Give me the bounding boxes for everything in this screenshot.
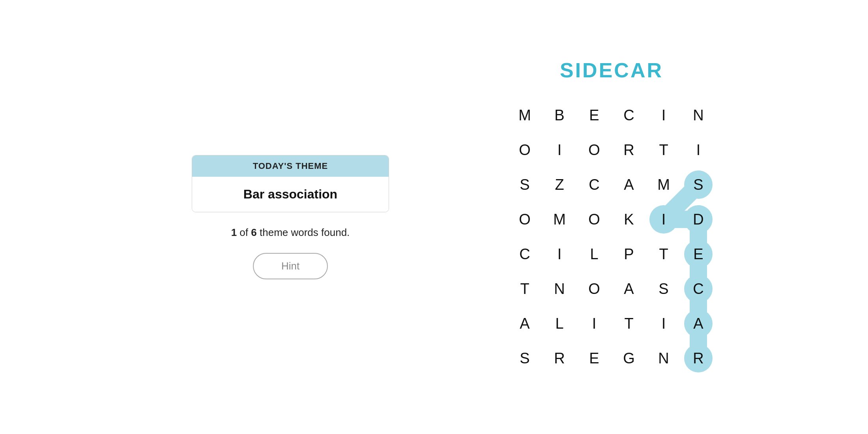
main-container: TODAY'S THEME Bar association 1 of 6 the… <box>0 0 868 434</box>
found-suffix: theme words found. <box>260 226 350 238</box>
grid-cell[interactable]: I <box>646 202 681 237</box>
right-panel: SIDECAR MBECINOIORTISZCAMSOMOKIDCILPTETN… <box>507 58 716 376</box>
grid-cell[interactable]: I <box>646 98 681 133</box>
grid-cell[interactable]: O <box>507 202 542 237</box>
highlighted-cell: S <box>684 170 713 199</box>
letter-grid[interactable]: MBECINOIORTISZCAMSOMOKIDCILPTETNOASCALIT… <box>507 98 716 376</box>
theme-word: Bar association <box>192 177 389 212</box>
grid-cell[interactable]: N <box>646 341 681 376</box>
highlighted-cell: C <box>684 275 713 303</box>
highlighted-cell: I <box>649 205 678 234</box>
found-count: 1 <box>231 226 237 238</box>
grid-cell[interactable]: C <box>681 271 716 306</box>
grid-cell[interactable]: Z <box>542 167 577 202</box>
grid-cell[interactable]: I <box>646 306 681 341</box>
grid-cell[interactable]: O <box>507 133 542 167</box>
grid-cell[interactable]: E <box>681 237 716 271</box>
grid-cell[interactable]: C <box>612 98 646 133</box>
grid-cell[interactable]: O <box>577 202 612 237</box>
highlighted-cell: D <box>684 205 713 234</box>
grid-cell[interactable]: L <box>577 237 612 271</box>
grid-cell[interactable]: B <box>542 98 577 133</box>
grid-cell[interactable]: S <box>507 167 542 202</box>
grid-cell[interactable]: M <box>542 202 577 237</box>
theme-card: TODAY'S THEME Bar association <box>192 155 389 212</box>
grid-cell[interactable]: N <box>681 98 716 133</box>
left-panel: TODAY'S THEME Bar association 1 of 6 the… <box>152 155 428 279</box>
grid-cell[interactable]: R <box>612 133 646 167</box>
total-count: 6 <box>251 226 256 238</box>
grid-cell[interactable]: T <box>646 133 681 167</box>
highlighted-cell: A <box>684 309 713 338</box>
grid-cell[interactable]: G <box>612 341 646 376</box>
grid-cell[interactable]: M <box>507 98 542 133</box>
grid-cell[interactable]: O <box>577 271 612 306</box>
highlighted-cell: E <box>684 240 713 268</box>
found-text: 1 of 6 theme words found. <box>231 226 350 239</box>
grid-cell[interactable]: K <box>612 202 646 237</box>
grid-cell[interactable]: O <box>577 133 612 167</box>
grid-cell[interactable]: S <box>646 271 681 306</box>
grid-cell[interactable]: S <box>507 341 542 376</box>
grid-cell[interactable]: C <box>507 237 542 271</box>
hint-button[interactable]: Hint <box>253 253 328 279</box>
grid-cell[interactable]: I <box>681 133 716 167</box>
grid-cell[interactable]: T <box>507 271 542 306</box>
grid-cell[interactable]: E <box>577 98 612 133</box>
grid-cell[interactable]: A <box>612 271 646 306</box>
grid-cell[interactable]: R <box>542 341 577 376</box>
puzzle-title: SIDECAR <box>560 58 663 82</box>
grid-cell[interactable]: E <box>577 341 612 376</box>
grid-cell[interactable]: S <box>681 167 716 202</box>
grid-cell[interactable]: A <box>507 306 542 341</box>
grid-cell[interactable]: A <box>681 306 716 341</box>
grid-cell[interactable]: M <box>646 167 681 202</box>
grid-cell[interactable]: A <box>612 167 646 202</box>
grid-cell[interactable]: I <box>542 133 577 167</box>
grid-cell[interactable]: N <box>542 271 577 306</box>
grid-cell[interactable]: P <box>612 237 646 271</box>
theme-header: TODAY'S THEME <box>192 155 389 177</box>
grid-cell[interactable]: T <box>612 306 646 341</box>
grid-cell[interactable]: D <box>681 202 716 237</box>
grid-cell[interactable]: I <box>542 237 577 271</box>
grid-cell[interactable]: L <box>542 306 577 341</box>
grid-cell[interactable]: T <box>646 237 681 271</box>
grid-cell[interactable]: C <box>577 167 612 202</box>
highlighted-cell: R <box>684 344 713 372</box>
grid-cell[interactable]: R <box>681 341 716 376</box>
grid-cell[interactable]: I <box>577 306 612 341</box>
